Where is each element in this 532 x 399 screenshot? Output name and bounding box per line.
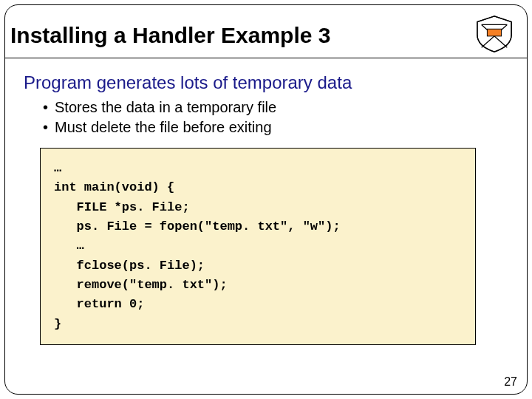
slide-title: Installing a Handler Example 3 xyxy=(7,24,330,47)
bullet-list: Stores the data in a temporary file Must… xyxy=(43,98,508,137)
code-block: … int main(void) { FILE *ps. File; ps. F… xyxy=(40,148,476,345)
slide: Installing a Handler Example 3 Program g… xyxy=(0,0,532,399)
title-underline xyxy=(4,58,528,58)
svg-rect-0 xyxy=(487,29,501,36)
title-bar: Installing a Handler Example 3 xyxy=(7,12,525,59)
list-item: Must delete the file before exiting xyxy=(43,117,508,137)
lead-text: Program generates lots of temporary data xyxy=(24,72,508,93)
slide-body: Program generates lots of temporary data… xyxy=(24,72,508,368)
page-number: 27 xyxy=(504,375,517,389)
list-item: Stores the data in a temporary file xyxy=(43,98,508,117)
university-shield-icon xyxy=(473,15,516,53)
